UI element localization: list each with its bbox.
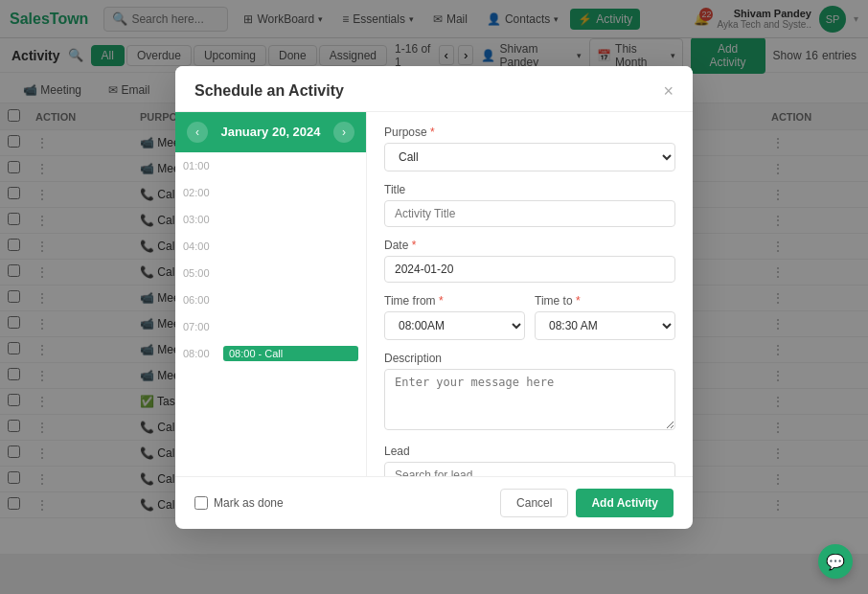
required-marker: * <box>439 294 444 308</box>
time-slot-02: 02:00 <box>175 183 366 210</box>
time-slot-07: 07:00 <box>175 317 366 344</box>
purpose-label: Purpose * <box>384 126 675 139</box>
required-marker: * <box>576 294 581 308</box>
time-from-label: Time from * <box>384 294 525 308</box>
date-input[interactable] <box>384 256 675 283</box>
time-label: 08:00 <box>183 348 217 359</box>
form-side: Purpose * Call Meeting Email Task Title <box>367 112 693 476</box>
mark-done-checkbox[interactable] <box>194 496 208 510</box>
lead-label: Lead <box>384 445 675 458</box>
time-label: 04:00 <box>183 240 217 252</box>
cancel-button[interactable]: Cancel <box>500 489 568 517</box>
date-group: Date * <box>384 239 675 283</box>
time-slot-06: 06:00 <box>175 290 366 317</box>
lead-group: Lead <box>384 445 675 476</box>
purpose-group: Purpose * Call Meeting Email Task <box>384 126 675 171</box>
time-slot-04: 04:00 <box>175 237 366 263</box>
chat-icon: 💬 <box>826 553 845 555</box>
time-from-group: Time from * 08:00AM <box>384 294 525 340</box>
mark-done-text: Mark as done <box>214 496 284 510</box>
title-input[interactable] <box>384 200 675 227</box>
calendar-header: ‹ January 20, 2024 › <box>175 112 366 152</box>
modal-body: ‹ January 20, 2024 › 01:00 02:00 03:00 <box>175 112 693 476</box>
modal-close-button[interactable]: × <box>663 81 674 102</box>
description-label: Description <box>384 352 675 365</box>
time-slot-05: 05:00 <box>175 263 366 290</box>
description-textarea[interactable] <box>384 369 675 430</box>
calendar-month: January 20, 2024 <box>220 125 320 139</box>
time-label: 02:00 <box>183 187 217 198</box>
time-label: 06:00 <box>183 294 217 306</box>
time-event: 08:00 - Call <box>223 346 358 361</box>
time-from-select[interactable]: 08:00AM <box>384 311 525 340</box>
time-slot-03: 03:00 <box>175 210 366 237</box>
time-to-select[interactable]: 08:30 AM <box>535 311 675 340</box>
schedule-modal: Schedule an Activity × ‹ January 20, 202… <box>175 66 693 529</box>
time-row: Time from * 08:00AM Time to * <box>384 294 675 352</box>
time-to-label: Time to * <box>535 294 675 308</box>
modal-footer: Mark as done Cancel Add Activity <box>175 476 693 529</box>
purpose-select[interactable]: Call Meeting Email Task <box>384 143 675 171</box>
description-group: Description <box>384 352 675 433</box>
title-group: Title <box>384 183 675 227</box>
date-label: Date * <box>384 239 675 252</box>
modal-header: Schedule an Activity × <box>175 66 693 112</box>
lead-input[interactable] <box>384 462 675 476</box>
required-marker: * <box>430 126 435 139</box>
modal-title: Schedule an Activity <box>194 82 344 100</box>
time-label: 07:00 <box>183 321 217 332</box>
time-slot-08: 08:00 08:00 - Call <box>175 344 366 371</box>
footer-buttons: Cancel Add Activity <box>500 489 674 517</box>
required-marker: * <box>412 239 417 252</box>
time-scroll: 01:00 02:00 03:00 04:00 <box>175 152 366 459</box>
modal-overlay[interactable]: Schedule an Activity × ‹ January 20, 202… <box>0 0 868 554</box>
calendar-prev-button[interactable]: ‹ <box>187 122 208 143</box>
calendar-side: ‹ January 20, 2024 › 01:00 02:00 03:00 <box>175 112 367 476</box>
time-label: 03:00 <box>183 214 217 225</box>
title-label: Title <box>384 183 675 196</box>
time-label: 01:00 <box>183 160 217 171</box>
mark-done-label[interactable]: Mark as done <box>194 496 284 510</box>
calendar-next-button[interactable]: › <box>333 122 354 143</box>
time-block: 08:00 - Call <box>223 346 358 361</box>
add-activity-modal-button[interactable]: Add Activity <box>576 489 674 517</box>
time-label: 05:00 <box>183 267 217 279</box>
time-to-group: Time to * 08:30 AM <box>535 294 675 340</box>
time-slot-01: 01:00 <box>175 156 366 183</box>
